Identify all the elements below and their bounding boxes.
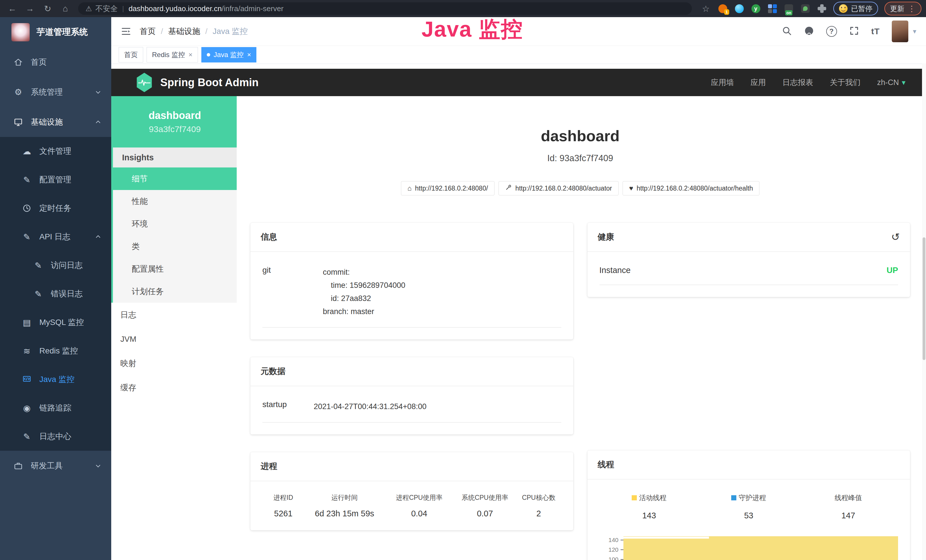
sba-item-logs[interactable]: 日志 <box>111 303 237 327</box>
tab-label: Java 监控 <box>213 50 244 59</box>
browser-home-icon[interactable]: ⌂ <box>60 3 71 14</box>
info-key: git <box>262 266 323 318</box>
forward-icon[interactable]: → <box>24 3 35 14</box>
sba-instance-header[interactable]: dashboard 93a3fc7f7409 <box>113 96 237 147</box>
help-icon[interactable]: ? <box>826 26 837 37</box>
sidebar-item-mysql-monitor[interactable]: ▤ MySQL 监控 <box>0 308 111 337</box>
history-icon[interactable]: ↺ <box>891 232 900 242</box>
extension-leaf-icon[interactable] <box>800 3 811 14</box>
sidebar-item-label: 访问日志 <box>51 260 83 271</box>
puzzle-shape <box>818 4 826 13</box>
cloud-icon: ☁ <box>21 146 33 156</box>
sba-item-metrics[interactable]: 性能 <box>113 190 237 212</box>
card-title: 元数据 <box>250 357 573 386</box>
sba-item-label: 环境 <box>132 218 148 229</box>
sidebar-item-label: 日志中心 <box>39 431 71 442</box>
sba-item-jvm[interactable]: JVM <box>111 327 237 351</box>
profile-paused-chip[interactable]: 已暂停 <box>833 2 878 15</box>
address-bar[interactable]: ⚠ 不安全 | dashboard.yudao.iocoder.cn/infra… <box>78 2 692 15</box>
metadata-value: 2021-04-27T00:44:31.254+08:00 <box>314 400 427 413</box>
sidebar-item-home[interactable]: 首页 <box>0 47 111 77</box>
fullscreen-icon[interactable] <box>849 26 859 37</box>
page-scrollbar[interactable] <box>922 64 926 560</box>
back-icon[interactable]: ← <box>7 3 18 14</box>
sidebar-item-config[interactable]: ✎ 配置管理 <box>0 165 111 194</box>
sba-item-mappings[interactable]: 映射 <box>111 351 237 375</box>
reload-icon[interactable]: ↻ <box>42 3 53 14</box>
sba-item-environment[interactable]: 环境 <box>113 212 237 235</box>
extension-grid-icon[interactable] <box>767 3 778 14</box>
sba-item-details[interactable]: 细节 <box>113 168 237 190</box>
app-logo-row[interactable]: 芋道管理系统 <box>0 17 111 47</box>
github-icon[interactable] <box>804 26 814 37</box>
wrench-icon <box>505 184 512 192</box>
tab-home[interactable]: 首页 <box>119 47 143 62</box>
sidebar-item-label: 链路追踪 <box>39 403 71 413</box>
sba-item-scheduled-tasks[interactable]: 计划任务 <box>113 280 237 303</box>
sba-item-caches[interactable]: 缓存 <box>111 375 237 400</box>
service-url-button[interactable]: ⌂ http://192.168.0.2:48080/ <box>401 181 495 195</box>
actuator-url-button[interactable]: http://192.168.0.2:48080/actuator <box>498 181 619 195</box>
sidebar-item-dev-tools[interactable]: 研发工具 <box>0 451 111 481</box>
health-row-instance: Instance UP <box>599 266 898 285</box>
browser-actions: ☆ 1 y on <box>701 2 921 15</box>
sba-item-label: JVM <box>120 334 136 344</box>
sidebar-item-system[interactable]: ⚙ 系统管理 <box>0 77 111 107</box>
browser-toolbar: ← → ↻ ⌂ ⚠ 不安全 | dashboard.yudao.iocoder.… <box>0 0 926 17</box>
tab-redis-monitor[interactable]: Redis 监控 × <box>147 47 198 62</box>
scrollbar-thumb[interactable] <box>923 238 925 360</box>
sidebar-item-api-log[interactable]: ✎ API 日志 <box>0 222 111 251</box>
extensions-puzzle-icon[interactable] <box>817 3 827 14</box>
sidebar-item-infra[interactable]: 基础设施 <box>0 107 111 137</box>
tab-java-monitor[interactable]: Java 监控 × <box>201 47 256 62</box>
extension-drop-icon[interactable] <box>734 3 744 14</box>
sba-item-label: 类 <box>132 241 140 252</box>
card-title: 信息 <box>250 223 573 252</box>
sidebar-item-trace[interactable]: ◉ 链路追踪 <box>0 394 111 422</box>
sba-item-label: 映射 <box>120 358 136 369</box>
sba-locale-select[interactable]: zh-CN ▾ <box>877 78 905 87</box>
close-icon[interactable]: × <box>189 51 192 59</box>
breadcrumb-infra[interactable]: 基础设施 <box>168 26 200 37</box>
sidebar-item-access-log[interactable]: ✎ 访问日志 <box>0 251 111 280</box>
annotation-java-monitor: Java 监控 <box>422 15 523 44</box>
user-avatar[interactable] <box>892 21 908 42</box>
font-size-icon[interactable]: tT <box>871 27 880 36</box>
sba-nav-applications[interactable]: 应用 <box>750 77 766 88</box>
sba-nav-wallboard[interactable]: 应用墙 <box>711 77 734 88</box>
sidebar-item-error-log[interactable]: ✎ 错误日志 <box>0 280 111 308</box>
sidebar-item-label: MySQL 监控 <box>39 317 84 328</box>
sidebar-item-java-monitor[interactable]: Java 监控 <box>0 365 111 394</box>
search-icon[interactable] <box>782 26 792 37</box>
eye-icon: ◉ <box>21 403 33 413</box>
sba-brand[interactable]: Spring Boot Admin <box>160 76 259 89</box>
sidebar-item-files[interactable]: ☁ 文件管理 <box>0 137 111 165</box>
sidebar-item-label: 系统管理 <box>31 87 63 98</box>
extension-green-icon[interactable]: y <box>750 3 761 14</box>
sidebar-item-redis-monitor[interactable]: ≋ Redis 监控 <box>0 337 111 365</box>
threads-legend: 活动线程 143 守护进程 53 <box>599 493 898 520</box>
sidebar-item-scheduled-jobs[interactable]: 定时任务 <box>0 194 111 222</box>
health-url-button[interactable]: ♥ http://192.168.0.2:48080/actuator/heal… <box>623 181 760 195</box>
chevron-up-icon <box>95 119 101 126</box>
browser-menu-icon[interactable]: ⋮ <box>908 4 916 14</box>
avatar-caret-icon: ▾ <box>913 27 916 35</box>
sba-nav-about[interactable]: 关于我们 <box>830 77 860 88</box>
extension-on-icon[interactable]: on <box>784 3 794 14</box>
collapse-sidebar-icon[interactable] <box>121 26 131 36</box>
url-label: http://192.168.0.2:48080/actuator/health <box>637 185 753 192</box>
sba-item-classes[interactable]: 类 <box>113 235 237 257</box>
bookmark-star-icon[interactable]: ☆ <box>701 3 711 14</box>
sidebar-item-log-center[interactable]: ✎ 日志中心 <box>0 422 111 451</box>
log-icon: ✎ <box>33 289 44 299</box>
sba-item-config-props[interactable]: 配置属性 <box>113 257 237 280</box>
sba-nav-journal[interactable]: 日志报表 <box>782 77 813 88</box>
close-icon[interactable]: × <box>247 51 251 59</box>
sba-item-label: 缓存 <box>120 382 136 393</box>
app-sidebar: 芋道管理系统 首页 ⚙ 系统管理 基础设施 ☁ 文件管理 ✎ <box>0 17 111 560</box>
card-title: 健康 ↺ <box>587 223 910 252</box>
extension-orange-icon[interactable]: 1 <box>717 3 728 14</box>
breadcrumb: 首页 / 基础设施 / Java 监控 <box>140 26 248 37</box>
breadcrumb-home[interactable]: 首页 <box>140 26 156 37</box>
browser-update-button[interactable]: 更新 ⋮ <box>884 2 921 15</box>
